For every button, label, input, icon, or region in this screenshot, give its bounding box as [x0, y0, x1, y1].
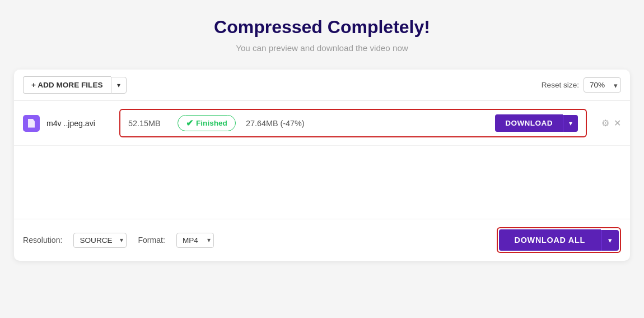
row-actions: ⚙ ✕	[601, 118, 621, 128]
size-dropdown[interactable]: 70% 50% 60% 80% 90% 100%	[584, 77, 621, 93]
status-label: Finished	[196, 119, 227, 127]
size-select-wrap: 70% 50% 60% 80% 90% 100%	[584, 77, 621, 93]
format-select-wrap: MP4 AVI MOV MKV	[176, 233, 214, 248]
download-btn-group: DOWNLOAD ▾	[495, 114, 578, 132]
file-info-highlighted: 52.15MB ✔ Finished 27.64MB (-47%) DOWNLO…	[119, 109, 587, 137]
format-select[interactable]: MP4 AVI MOV MKV	[176, 233, 214, 248]
add-files-dropdown-button[interactable]: ▾	[111, 77, 127, 94]
file-name: m4v ..jpeg.avi	[46, 119, 108, 128]
table-row: m4v ..jpeg.avi 52.15MB ✔ Finished 27.64M…	[14, 101, 630, 146]
footer-left: Resolution: SOURCE 1080p 720p 480p Forma…	[23, 233, 214, 248]
add-files-button[interactable]: + ADD MORE FILES	[23, 76, 111, 94]
download-all-group: DOWNLOAD ALL ▾	[497, 227, 621, 253]
toolbar: + ADD MORE FILES ▾ Reset size: 70% 50% 6…	[14, 70, 630, 101]
reset-size-group: Reset size: 70% 50% 60% 80% 90% 100%	[542, 77, 621, 93]
compressed-size: 27.64MB (-47%)	[246, 119, 485, 128]
close-icon[interactable]: ✕	[614, 118, 621, 128]
resolution-label: Resolution:	[23, 236, 62, 245]
download-dropdown-button[interactable]: ▾	[563, 115, 578, 132]
download-all-button[interactable]: DOWNLOAD ALL	[499, 229, 601, 251]
status-badge: ✔ Finished	[178, 115, 236, 131]
download-all-dropdown-button[interactable]: ▾	[601, 230, 619, 251]
page-title: Compressed Completely!	[214, 17, 430, 38]
header-section: Compressed Completely! You can preview a…	[214, 17, 430, 53]
footer-bar: Resolution: SOURCE 1080p 720p 480p Forma…	[14, 219, 630, 261]
page-subtitle: You can preview and download the video n…	[214, 43, 430, 53]
format-label: Format:	[138, 236, 165, 245]
file-list: m4v ..jpeg.avi 52.15MB ✔ Finished 27.64M…	[14, 101, 630, 146]
original-size: 52.15MB	[128, 119, 167, 128]
spacer-area	[14, 146, 630, 219]
check-icon: ✔	[186, 118, 193, 128]
download-button[interactable]: DOWNLOAD	[495, 114, 563, 132]
file-icon-shape	[28, 119, 35, 128]
file-icon	[23, 115, 40, 132]
settings-icon[interactable]: ⚙	[601, 118, 609, 128]
reset-size-label: Reset size:	[542, 81, 579, 89]
resolution-select[interactable]: SOURCE 1080p 720p 480p	[73, 233, 127, 248]
main-card: + ADD MORE FILES ▾ Reset size: 70% 50% 6…	[14, 70, 630, 261]
add-files-group: + ADD MORE FILES ▾	[23, 76, 127, 94]
resolution-select-wrap: SOURCE 1080p 720p 480p	[73, 233, 127, 248]
